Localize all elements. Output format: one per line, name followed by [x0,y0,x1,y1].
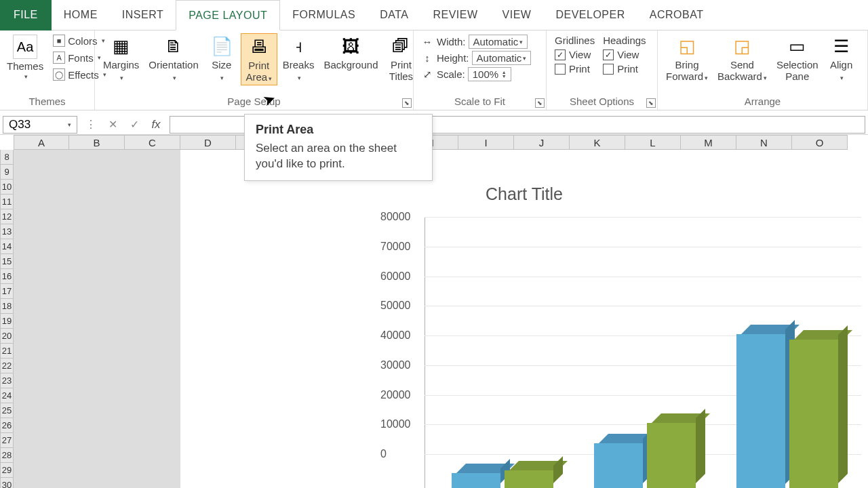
sheet-launcher[interactable]: ⬊ [646,98,656,108]
gridlines-view-checkbox[interactable]: ✓View [555,49,595,60]
selection-pane-button[interactable]: ▭ Selection Pane [772,33,823,84]
chevron-down-icon: ▾ [519,39,523,45]
gridlines-print-checkbox[interactable]: Print [555,63,595,75]
row-header[interactable]: 22 [0,359,14,373]
chevron-down-icon: ▾ [705,75,708,81]
tab-data[interactable]: DATA [368,0,420,30]
bring-forward-icon: ◱ [673,35,701,58]
tab-developer[interactable]: DEVELOPER [543,0,637,30]
column-header[interactable]: D [180,135,236,150]
print-area-button[interactable]: 🖶 Print Area▾ [241,33,277,85]
align-button[interactable]: ☰ Align▾ [824,33,859,84]
row-header[interactable]: 9 [0,165,14,180]
row-header[interactable]: 17 [0,284,14,299]
tab-page-layout[interactable]: PAGE LAYOUT [176,0,280,30]
row-header[interactable]: 25 [0,403,14,418]
selected-range [14,150,180,488]
row-header[interactable]: 8 [0,150,14,165]
chevron-down-icon: ▾ [269,75,272,82]
margins-button[interactable]: ▦ Margins▾ [99,33,143,84]
row-header[interactable]: 10 [0,180,14,195]
send-backward-icon: ◲ [728,35,755,58]
y-tick-label: 70000 [380,241,822,253]
margins-icon: ▦ [108,35,135,58]
row-header[interactable]: 27 [0,433,14,448]
tab-insert[interactable]: INSERT [110,0,176,30]
y-tick-label: 40000 [380,329,822,342]
column-header[interactable]: I [458,135,514,150]
size-button[interactable]: 📄 Size▾ [204,33,239,84]
checkbox-icon [603,64,614,75]
selection-pane-icon: ▭ [784,35,811,58]
spinner-icon[interactable]: ▲▼ [502,70,507,78]
row-header[interactable]: 29 [0,463,14,478]
scale-input[interactable]: 100%▲▼ [468,67,511,81]
column-header[interactable]: M [681,135,736,150]
row-header[interactable]: 16 [0,269,14,284]
tab-home[interactable]: HOME [52,0,110,30]
chevron-down-icon: ▾ [523,55,526,62]
tab-formulas[interactable]: FORMULAS [280,0,368,30]
tab-file[interactable]: FILE [0,0,52,30]
height-icon: ↕ [420,52,434,64]
fx-button[interactable]: fx [148,117,164,133]
dots-button[interactable]: ⋮ [83,117,99,133]
row-header[interactable]: 18 [0,299,14,314]
chart[interactable]: Chart Title 0100002000030000400005000060… [180,178,868,488]
print-area-icon: 🖶 [245,35,273,58]
themes-icon: Aa [13,35,37,59]
name-box[interactable]: Q33▾ [3,116,77,134]
chevron-down-icon: ▾ [120,75,123,81]
row-header[interactable]: 20 [0,329,14,344]
width-select[interactable]: Automatic▾ [469,35,528,49]
headings-view-checkbox[interactable]: ✓View [603,49,646,60]
column-header[interactable]: A [14,135,69,150]
column-header[interactable]: L [625,135,681,150]
chevron-down-icon: ▾ [220,75,224,81]
column-header[interactable]: N [736,135,792,150]
orientation-button[interactable]: 🗎 Orientation▾ [144,33,202,84]
headings-print-checkbox[interactable]: Print [603,63,646,75]
column-header[interactable]: B [69,135,125,150]
chevron-down-icon: ▾ [840,75,844,81]
row-header[interactable]: 11 [0,195,14,209]
bar [736,334,785,489]
scale-launcher[interactable]: ⬊ [535,98,545,108]
tooltip-title: Print Area [256,123,421,137]
row-header[interactable]: 19 [0,314,14,329]
print-area-tooltip: Print Area Select an area on the sheet y… [244,114,433,181]
tab-review[interactable]: REVIEW [420,0,490,30]
tab-view[interactable]: VIEW [490,0,544,30]
background-button[interactable]: 🖼 Background [319,33,382,72]
column-header[interactable]: O [792,135,848,150]
row-header[interactable]: 14 [0,239,14,254]
row-header[interactable]: 30 [0,478,14,488]
group-label-themes: Themes [4,96,90,108]
row-header[interactable]: 26 [0,418,14,433]
chevron-down-icon: ▾ [298,75,301,81]
row-header[interactable]: 28 [0,448,14,463]
enter-button[interactable]: ✓ [126,117,142,133]
height-select[interactable]: Automatic▾ [472,51,532,65]
row-header[interactable]: 15 [0,254,14,269]
row-header[interactable]: 13 [0,224,14,239]
checkbox-checked-icon: ✓ [555,49,566,60]
column-header[interactable]: K [570,135,625,150]
print-titles-icon: 🗊 [387,35,414,58]
send-backward-button[interactable]: ◲ Send Backward▾ [713,33,771,84]
cancel-button[interactable]: ✕ [104,117,121,133]
row-header[interactable]: 24 [0,388,14,403]
row-header[interactable]: 23 [0,373,14,388]
group-label-scale: Scale to Fit [418,96,542,108]
bring-forward-button[interactable]: ◱ Bring Forward▾ [662,33,712,84]
breaks-button[interactable]: ⫞ Breaks▾ [279,33,319,84]
column-header[interactable]: C [125,135,180,150]
column-header[interactable]: J [514,135,570,150]
row-header[interactable]: 12 [0,209,14,224]
tab-acrobat[interactable]: ACROBAT [637,0,716,30]
fonts-icon: A [53,52,65,64]
row-header[interactable]: 21 [0,344,14,359]
page-setup-launcher[interactable]: ⬊ [402,98,412,108]
themes-button[interactable]: Aa Themes ▾ [4,33,46,81]
chevron-down-icon: ▾ [68,121,71,128]
